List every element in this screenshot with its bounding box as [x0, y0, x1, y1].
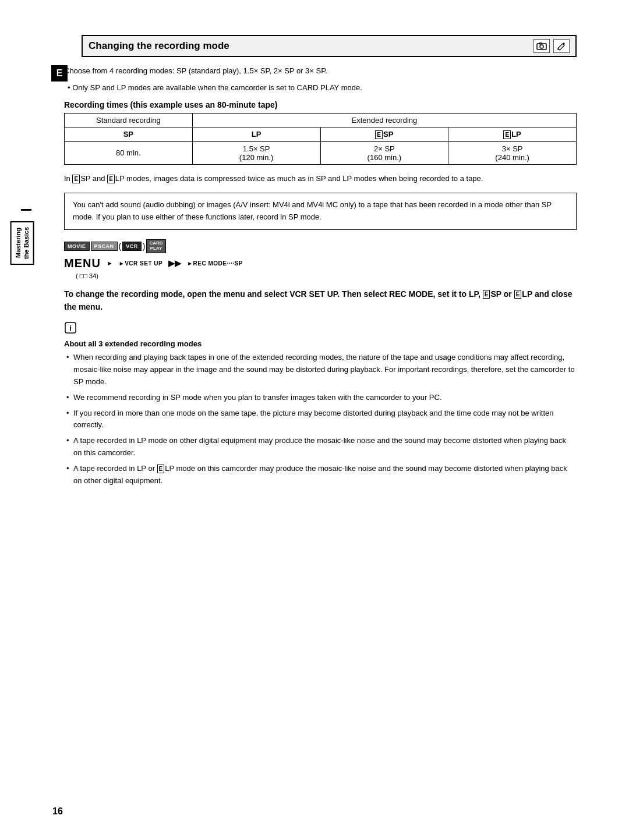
bullet-item-0: When recording and playing back tapes in… [64, 352, 577, 388]
sidebar-mastering: Mastering [15, 228, 22, 258]
page-number: 16 [52, 806, 63, 817]
col-lp-header: LP [192, 127, 320, 141]
cell-lp: 1.5× SP (120 min.) [192, 141, 320, 164]
menu-row: MENU ► ►VCR SET UP ▶▶ ►REC MODE····SP [64, 257, 577, 270]
pscan-btn[interactable]: PSCAN [91, 242, 118, 251]
svg-point-1 [540, 45, 543, 48]
header-icons [533, 39, 570, 53]
recording-table: Standard recording Extended recording SP… [64, 113, 577, 165]
col-standard: Standard recording [65, 113, 193, 127]
e-badge: E [51, 65, 68, 81]
intro-bullet1: • Only SP and LP modes are available whe… [64, 82, 577, 94]
section-header: Changing the recording mode [82, 35, 577, 57]
col-extended: Extended recording [192, 113, 576, 127]
svg-text:i: i [69, 324, 72, 332]
col-esp-header: ESP [320, 127, 448, 141]
bullet-item-1: We recommend recording in SP mode when y… [64, 392, 577, 404]
col-elp-header: ELP [448, 127, 577, 141]
page: Mastering the Basics E Changing the reco… [0, 0, 629, 840]
menu-item2: ►REC MODE····SP [187, 260, 243, 267]
play-label: PLAY [150, 246, 162, 251]
col-sp-header: SP [65, 127, 193, 141]
warning-box: You can't add sound (audio dubbing) or i… [64, 193, 577, 230]
page-ref: ( □□ 34) [76, 272, 577, 279]
note-esp-elp: In ESP and ELP modes, images data is com… [64, 173, 577, 185]
cell-elp: 3× SP (240 min.) [448, 141, 577, 164]
sidebar-label: Mastering the Basics [10, 221, 34, 265]
double-arrow: ▶▶ [168, 258, 181, 268]
menu-arrow1: ► [107, 260, 113, 267]
intro-line1: Choose from 4 recording modes: SP (stand… [64, 65, 577, 77]
info-icon: i [64, 321, 577, 337]
menu-item1: ►VCR SET UP [119, 260, 162, 267]
section-title: Changing the recording mode [89, 40, 229, 52]
pencil-icon [553, 39, 570, 53]
about-bullet-list: When recording and playing back tapes in… [64, 352, 577, 487]
bullet-item-2: If you record in more than one mode on t… [64, 407, 577, 432]
camera-icon [533, 39, 550, 53]
sidebar-basics: the Basics [23, 227, 30, 259]
close-paren: ) [143, 242, 146, 251]
mode-buttons-row: MOVIE PSCAN ( VCR ) CARD PLAY [64, 239, 577, 253]
cell-sp: 80 min. [65, 141, 193, 164]
bullet-item-3: A tape recorded in LP mode on other digi… [64, 435, 577, 459]
bold-instruction: To change the recording mode, open the m… [64, 288, 577, 314]
cell-esp: 2× SP (160 min.) [320, 141, 448, 164]
about-heading: About all 3 extended recording modes [64, 339, 577, 348]
open-paren: ( [119, 242, 122, 251]
menu-label: MENU [64, 257, 101, 270]
vcr-btn[interactable]: VCR [122, 242, 142, 251]
recording-table-wrapper: Standard recording Extended recording SP… [64, 113, 577, 165]
recording-times-heading: Recording times (this example uses an 80… [64, 100, 577, 109]
warning-text: You can't add sound (audio dubbing) or i… [73, 200, 552, 221]
card-play-btn[interactable]: CARD PLAY [146, 239, 165, 253]
movie-btn[interactable]: MOVIE [64, 242, 90, 251]
bullet-item-4: A tape recorded in LP or ELP mode on thi… [64, 463, 577, 487]
